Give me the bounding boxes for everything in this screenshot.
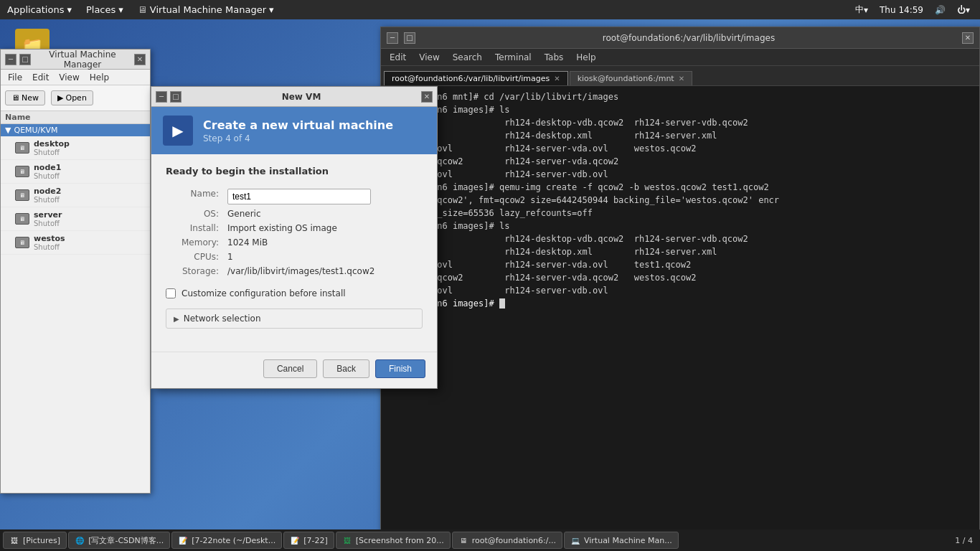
table-row-install: Install: Import existing OS image <box>166 221 423 235</box>
new-vm-dialog: ─ □ New VM ✕ ▶ Create a new virtual mach… <box>151 86 438 389</box>
taskbar-icon-6: 💻 <box>570 535 580 545</box>
cancel-button[interactable]: Cancel <box>263 359 317 378</box>
taskbar-page-indicator: 1 / 4 <box>951 536 977 545</box>
taskbar-label-0: [Pictures] <box>23 536 60 545</box>
dialog-header-step: Step 4 of 4 <box>203 133 425 143</box>
taskbar-item-6[interactable]: 💻 Virtual Machine Man... <box>564 532 679 549</box>
taskbar-icon-3: 📝 <box>290 535 300 545</box>
customize-row: Customize configuration before install <box>166 288 423 298</box>
customize-label: Customize configuration before install <box>182 288 346 298</box>
taskbar-icon-4: 🖼 <box>342 535 352 545</box>
finish-button[interactable]: Finish <box>375 359 425 378</box>
storage-label: Storage: <box>166 264 223 278</box>
network-arrow: ▶ <box>174 315 179 323</box>
install-value: Import existing OS image <box>223 221 423 235</box>
name-label: Name: <box>166 187 223 207</box>
network-label: Network selection <box>184 314 261 324</box>
dialog-header-title: Create a new virtual machine <box>203 118 425 132</box>
taskbar-icon-1: 🌐 <box>75 535 85 545</box>
taskbar-label-5: root@foundation6:/... <box>472 536 556 545</box>
ready-title: Ready to begin the installation <box>166 166 423 176</box>
os-label: OS: <box>166 207 223 221</box>
taskbar-item-2[interactable]: 📝 [7-22note (~/Deskt... <box>171 532 282 549</box>
os-value: Generic <box>223 207 423 221</box>
taskbar-icon-5: 🖥 <box>458 535 468 545</box>
install-label: Install: <box>166 221 223 235</box>
taskbar-label-1: [写文章-CSDN博客... <box>88 535 164 546</box>
taskbar-icon-0: 🖼 <box>9 535 19 545</box>
dialog-header-icon: ▶ <box>163 116 193 146</box>
dialog-body: Ready to begin the installation Name: OS… <box>151 154 437 352</box>
taskbar-item-4[interactable]: 🖼 [Screenshot from 20... <box>336 532 451 549</box>
cpus-value: 1 <box>223 250 423 264</box>
dialog-minimize-btn[interactable]: ─ <box>156 91 167 103</box>
dialog-overlay: ─ □ New VM ✕ ▶ Create a new virtual mach… <box>0 0 980 551</box>
memory-label: Memory: <box>166 235 223 250</box>
name-input[interactable] <box>227 189 371 204</box>
dialog-titlebar: ─ □ New VM ✕ <box>151 87 437 107</box>
table-row-memory: Memory: 1024 MiB <box>166 235 423 250</box>
taskbar-label-4: [Screenshot from 20... <box>356 536 444 545</box>
storage-value: /var/lib/libvirt/images/test1.qcow2 <box>223 264 423 278</box>
table-row-storage: Storage: /var/lib/libvirt/images/test1.q… <box>166 264 423 278</box>
desktop: Applications ▾ Places ▾ 🖥 Virtual Machin… <box>0 0 980 551</box>
customize-checkbox[interactable] <box>166 288 176 298</box>
memory-value: 1024 MiB <box>223 235 423 250</box>
cpus-label: CPUs: <box>166 250 223 264</box>
taskbar: 🖼 [Pictures] 🌐 [写文章-CSDN博客... 📝 [7-22not… <box>0 529 980 551</box>
info-table: Name: OS: Generic Install: Import existi… <box>166 187 423 278</box>
dialog-title: New VM <box>184 92 418 102</box>
table-row-cpus: CPUs: 1 <box>166 250 423 264</box>
table-row-os: OS: Generic <box>166 207 423 221</box>
taskbar-label-2: [7-22note (~/Deskt... <box>192 536 275 545</box>
taskbar-item-5[interactable]: 🖥 root@foundation6:/... <box>452 532 562 549</box>
dialog-buttons: Cancel Back Finish <box>151 352 437 388</box>
dialog-header: ▶ Create a new virtual machine Step 4 of… <box>151 107 437 154</box>
taskbar-item-3[interactable]: 📝 [7-22] <box>283 532 334 549</box>
taskbar-label-6: Virtual Machine Man... <box>584 536 672 545</box>
taskbar-item-0[interactable]: 🖼 [Pictures] <box>3 532 67 549</box>
taskbar-icon-2: 📝 <box>178 535 188 545</box>
taskbar-label-3: [7-22] <box>303 536 328 545</box>
dialog-close-btn[interactable]: ✕ <box>421 91 433 103</box>
dialog-header-text: Create a new virtual machine Step 4 of 4 <box>203 118 425 143</box>
back-button[interactable]: Back <box>323 359 369 378</box>
taskbar-item-1[interactable]: 🌐 [写文章-CSDN博客... <box>68 532 170 549</box>
network-section[interactable]: ▶ Network selection <box>166 309 423 329</box>
table-row-name: Name: <box>166 187 423 207</box>
dialog-maximize-btn[interactable]: □ <box>170 91 182 103</box>
